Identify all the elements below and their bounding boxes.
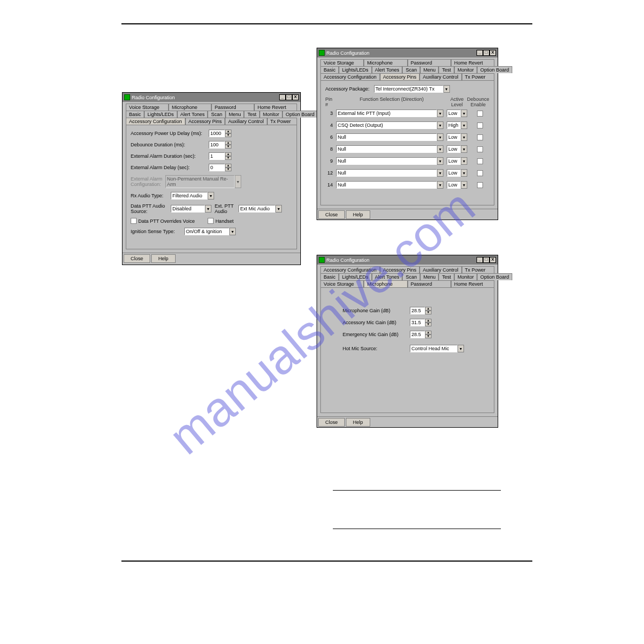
ext-alarm-duration-input[interactable]: 1 (209, 152, 225, 160)
tab-option-board[interactable]: Option Board (477, 66, 512, 73)
handset-checkbox[interactable] (208, 218, 214, 224)
pin-function-select[interactable]: Null (336, 145, 437, 153)
mic-gain-input[interactable]: 28.5 (410, 307, 425, 314)
tab-test[interactable]: Test (439, 66, 454, 73)
chevron-down-icon[interactable]: ▼ (205, 205, 211, 212)
tab-microphone[interactable]: Microphone (364, 59, 407, 66)
tab-alert-tones[interactable]: Alert Tones (372, 273, 403, 280)
ext-ptt-audio-select[interactable]: Ext Mic Audio (239, 205, 275, 212)
tab-home-revert[interactable]: Home Revert (451, 59, 494, 66)
chevron-down-icon[interactable]: ▼ (461, 169, 467, 177)
tab-monitor[interactable]: Monitor (454, 66, 477, 73)
ignition-sense-select[interactable]: On/Off & Ignition (184, 228, 229, 235)
tab-basic[interactable]: Basic (320, 66, 339, 73)
rx-audio-type-select[interactable]: Filtered Audio (171, 192, 208, 199)
powerup-delay-input[interactable]: 1000 (209, 130, 225, 137)
pin-function-select[interactable]: Null (336, 181, 437, 189)
tab-basic[interactable]: Basic (320, 273, 339, 280)
pin-level-select[interactable]: Low (447, 145, 461, 153)
tab-basic[interactable]: Basic (126, 111, 144, 118)
chevron-down-icon[interactable]: ▼ (461, 121, 467, 129)
chevron-down-icon[interactable]: ▼ (437, 133, 443, 141)
tab-microphone[interactable]: Microphone (169, 104, 211, 111)
pin-function-select[interactable]: CSQ Detect (Output) (336, 121, 437, 129)
chevron-down-icon[interactable]: ▼ (461, 133, 467, 141)
chevron-down-icon[interactable]: ▼ (437, 121, 443, 129)
pin-level-select[interactable]: Low (447, 133, 461, 141)
titlebar[interactable]: Radio Configuration _ □ X (317, 255, 498, 265)
chevron-down-icon[interactable]: ▼ (275, 205, 282, 212)
tab-home-revert[interactable]: Home Revert (254, 104, 297, 111)
tab-accessory-pins[interactable]: Accessory Pins (380, 266, 420, 273)
tab-password[interactable]: Password (408, 59, 451, 66)
tab-alert-tones[interactable]: Alert Tones (177, 111, 208, 118)
chevron-down-icon[interactable]: ▼ (443, 85, 450, 93)
pin-function-select[interactable]: Null (336, 157, 437, 165)
tab-tx-power[interactable]: Tx Power (462, 73, 494, 80)
maximize-button[interactable]: □ (286, 94, 292, 100)
tab-auxiliary-control[interactable]: Auxiliary Control (225, 118, 267, 125)
tab-auxiliary-control[interactable]: Auxiliary Control (420, 73, 462, 80)
pin-function-select[interactable]: Null (336, 133, 437, 141)
help-button[interactable]: Help (346, 418, 370, 427)
tab-scan[interactable]: Scan (402, 273, 420, 280)
tab-voice-storage[interactable]: Voice Storage (126, 104, 169, 111)
close-button[interactable]: Close (318, 210, 345, 219)
tab-password[interactable]: Password (211, 104, 254, 111)
mic-gain-spinner[interactable]: ▲▼ (425, 307, 432, 314)
pin-level-select[interactable]: Low (447, 110, 461, 117)
debounce-duration-input[interactable]: 100 (209, 141, 225, 149)
ext-alarm-duration-spinner[interactable]: ▲▼ (225, 152, 231, 160)
ext-alarm-delay-input[interactable]: 0 (209, 164, 225, 171)
maximize-button[interactable]: □ (483, 50, 490, 56)
debounce-duration-spinner[interactable]: ▲▼ (225, 141, 231, 149)
chevron-down-icon[interactable]: ▼ (437, 157, 443, 165)
pin-debounce-checkbox[interactable] (477, 134, 483, 140)
tab-scan[interactable]: Scan (208, 111, 226, 118)
tab-accessory-configuration[interactable]: Accessory Configuration (320, 266, 380, 273)
tab-lights-leds[interactable]: Lights/LEDs (144, 111, 177, 118)
pin-debounce-checkbox[interactable] (477, 146, 483, 152)
chevron-down-icon[interactable]: ▼ (437, 145, 443, 153)
pin-level-select[interactable]: Low (447, 157, 461, 165)
chevron-down-icon[interactable]: ▼ (458, 345, 464, 352)
tab-auxiliary-control[interactable]: Auxiliary Control (420, 266, 462, 273)
pin-debounce-checkbox[interactable] (477, 123, 483, 128)
tab-home-revert[interactable]: Home Revert (451, 280, 494, 287)
tab-monitor[interactable]: Monitor (260, 111, 282, 118)
tab-lights-leds[interactable]: Lights/LEDs (339, 66, 372, 73)
tab-option-board[interactable]: Option Board (282, 111, 318, 118)
pin-debounce-checkbox[interactable] (477, 158, 483, 164)
chevron-down-icon[interactable]: ▼ (461, 181, 467, 189)
maximize-button[interactable]: □ (483, 257, 490, 263)
tab-tx-power[interactable]: Tx Power (267, 118, 297, 125)
titlebar[interactable]: Radio Configuration _ □ X (123, 93, 300, 102)
close-button[interactable]: X (490, 257, 496, 263)
tab-test[interactable]: Test (439, 273, 454, 280)
tab-voice-storage[interactable]: Voice Storage (320, 280, 364, 287)
tab-microphone[interactable]: Microphone (364, 280, 407, 287)
close-button[interactable]: Close (318, 418, 345, 427)
tab-monitor[interactable]: Monitor (454, 273, 477, 280)
minimize-button[interactable]: _ (476, 50, 483, 56)
tab-accessory-pins[interactable]: Accessory Pins (380, 73, 420, 80)
tab-scan[interactable]: Scan (402, 66, 420, 73)
pin-level-select[interactable]: Low (447, 169, 461, 177)
minimize-button[interactable]: _ (279, 94, 286, 100)
tab-password[interactable]: Password (408, 280, 451, 287)
close-button[interactable]: X (292, 94, 299, 100)
pin-debounce-checkbox[interactable] (477, 170, 483, 176)
tab-menu[interactable]: Menu (420, 66, 439, 73)
tab-voice-storage[interactable]: Voice Storage (320, 59, 364, 66)
pin-function-select[interactable]: External Mic PTT (Input) (336, 110, 437, 117)
tab-menu[interactable]: Menu (226, 111, 244, 118)
tab-tx-power[interactable]: Tx Power (462, 266, 494, 273)
tab-menu[interactable]: Menu (420, 273, 439, 280)
titlebar[interactable]: Radio Configuration _ □ X (317, 48, 498, 57)
tab-lights-leds[interactable]: Lights/LEDs (339, 273, 372, 280)
close-button[interactable]: Close (124, 254, 150, 263)
chevron-down-icon[interactable]: ▼ (461, 145, 467, 153)
emergency-mic-gain-spinner[interactable]: ▲▼ (425, 331, 432, 338)
tab-option-board[interactable]: Option Board (477, 273, 512, 280)
hot-mic-source-select[interactable]: Control Head Mic (410, 345, 458, 352)
